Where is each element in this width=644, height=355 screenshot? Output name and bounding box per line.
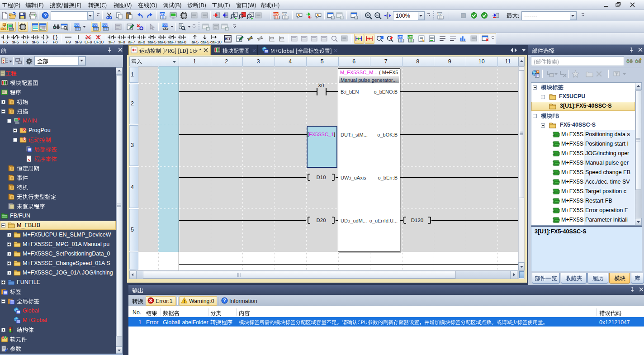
svg-text:Dev: Dev — [437, 12, 442, 15]
svg-text:Dev: Dev — [273, 12, 279, 15]
svg-text:Dev: Dev — [102, 24, 108, 27]
svg-text:Dev: Dev — [160, 12, 165, 15]
svg-text:P: P — [24, 128, 26, 131]
svg-text:Dev: Dev — [282, 12, 287, 15]
svg-text:P: P — [24, 137, 26, 141]
svg-text:Dev: Dev — [92, 24, 98, 27]
svg-text:?: ? — [223, 298, 226, 303]
svg-text:IST: IST — [225, 37, 231, 41]
svg-text:Dev: Dev — [407, 35, 413, 38]
svg-text:Dev: Dev — [74, 24, 80, 27]
svg-text:Dev: Dev — [398, 35, 403, 38]
svg-text:Dev: Dev — [162, 24, 168, 27]
svg-text:?: ? — [44, 13, 47, 18]
